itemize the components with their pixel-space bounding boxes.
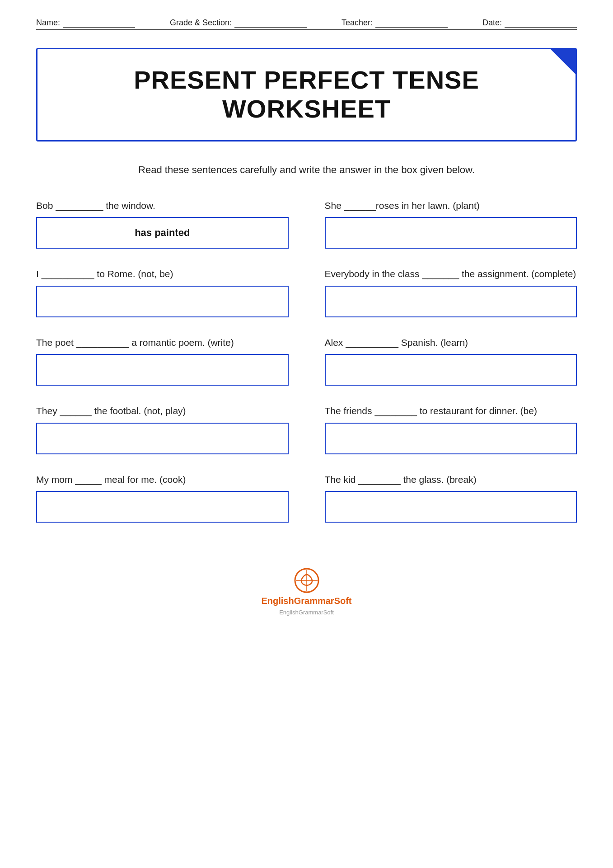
answer-box-7[interactable] bbox=[36, 423, 289, 454]
exercise-item-6: Alex __________ Spanish. (learn) bbox=[325, 335, 577, 386]
brand-sub: EnglishGrammarSoft bbox=[279, 609, 334, 616]
question-text-4: Everybody in the class _______ the assig… bbox=[325, 267, 577, 281]
question-text-9: My mom _____ meal for me. (cook) bbox=[36, 472, 289, 487]
answer-box-8[interactable] bbox=[325, 423, 577, 454]
answer-box-6[interactable] bbox=[325, 354, 577, 386]
brand-label: EnglishGrammarSoft bbox=[261, 596, 351, 606]
question-text-10: The kid ________ the glass. (break) bbox=[325, 472, 577, 487]
exercise-item-3: I __________ to Rome. (not, be) bbox=[36, 267, 289, 317]
exercise-item-9: My mom _____ meal for me. (cook) bbox=[36, 472, 289, 523]
grade-line bbox=[234, 19, 307, 28]
date-field: Date: bbox=[482, 18, 577, 28]
date-line bbox=[505, 19, 577, 28]
exercise-item-7: They ______ the footbal. (not, play) bbox=[36, 404, 289, 454]
date-label: Date: bbox=[482, 18, 502, 28]
answer-box-3[interactable] bbox=[36, 286, 289, 317]
name-label: Name: bbox=[36, 18, 60, 28]
answer-box-4[interactable] bbox=[325, 286, 577, 317]
grade-field: Grade & Section: bbox=[170, 18, 307, 28]
answer-box-9[interactable] bbox=[36, 491, 289, 523]
question-text-6: Alex __________ Spanish. (learn) bbox=[325, 335, 577, 350]
teacher-line bbox=[375, 19, 448, 28]
exercise-item-1: Bob _________ the window.has painted bbox=[36, 198, 289, 249]
teacher-field: Teacher: bbox=[342, 18, 448, 28]
title-box: PRESENT PERFECT TENSE WORKSHEET bbox=[36, 48, 577, 142]
exercise-item-4: Everybody in the class _______ the assig… bbox=[325, 267, 577, 317]
answer-box-5[interactable] bbox=[36, 354, 289, 386]
question-text-1: Bob _________ the window. bbox=[36, 198, 289, 213]
question-text-7: They ______ the footbal. (not, play) bbox=[36, 404, 289, 418]
answer-box-1[interactable]: has painted bbox=[36, 217, 289, 249]
logo-icon bbox=[294, 568, 319, 593]
answer-box-2[interactable] bbox=[325, 217, 577, 249]
question-text-8: The friends ________ to restaurant for d… bbox=[325, 404, 577, 418]
worksheet-title: PRESENT PERFECT TENSE WORKSHEET bbox=[65, 66, 548, 124]
exercise-item-5: The poet __________ a romantic poem. (wr… bbox=[36, 335, 289, 386]
header-row: Name: Grade & Section: Teacher: Date: bbox=[36, 18, 577, 30]
teacher-label: Teacher: bbox=[342, 18, 373, 28]
instructions-text: Read these sentences carefully and write… bbox=[36, 164, 577, 176]
exercise-item-2: She ______roses in her lawn. (plant) bbox=[325, 198, 577, 249]
name-line bbox=[63, 19, 135, 28]
name-field: Name: bbox=[36, 18, 135, 28]
footer: EnglishGrammarSoft EnglishGrammarSoft bbox=[36, 568, 577, 616]
question-text-5: The poet __________ a romantic poem. (wr… bbox=[36, 335, 289, 350]
question-text-3: I __________ to Rome. (not, be) bbox=[36, 267, 289, 281]
exercise-item-10: The kid ________ the glass. (break) bbox=[325, 472, 577, 523]
grade-label: Grade & Section: bbox=[170, 18, 232, 28]
exercise-item-8: The friends ________ to restaurant for d… bbox=[325, 404, 577, 454]
exercises-grid: Bob _________ the window.has paintedShe … bbox=[36, 198, 577, 541]
question-text-2: She ______roses in her lawn. (plant) bbox=[325, 198, 577, 213]
answer-box-10[interactable] bbox=[325, 491, 577, 523]
